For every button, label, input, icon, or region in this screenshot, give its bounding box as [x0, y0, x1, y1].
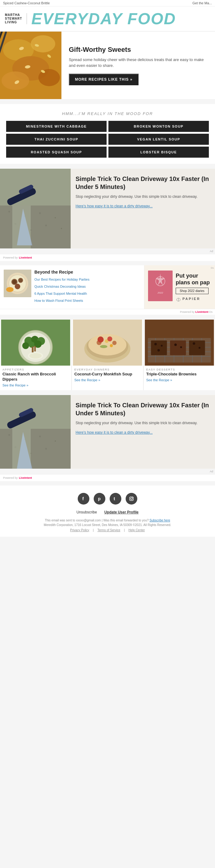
brand-line3: LIVING [5, 21, 22, 24]
svg-point-85 [174, 343, 177, 346]
mid-row: Beyond the Recipe Our Best Recipes for H… [0, 265, 215, 309]
svg-point-19 [55, 217, 56, 218]
papier-brand: PAPIER [183, 297, 200, 301]
liveintent-logo-2: LiveIntent [19, 476, 32, 479]
brand-line1: MARTHA [5, 13, 22, 17]
svg-point-66 [107, 337, 112, 341]
mood-btn-0[interactable]: MINESTRONE WITH CABBAGE [6, 121, 107, 132]
help-link[interactable]: Help Center [128, 528, 145, 532]
mood-btn-2[interactable]: THAI ZUCCHINI SOUP [6, 134, 107, 145]
recipe-category-2: EASY DESSERTS [144, 366, 215, 372]
footer-legal: Privacy Policy | Terms of Service | Help… [0, 528, 215, 532]
pinterest-icon[interactable]: p [94, 493, 105, 504]
recipe-category-1: EVERYDAY DINNERS [72, 366, 143, 372]
ad2-section: Simple Trick To Clean Driveway 10x Faste… [0, 395, 215, 469]
liveintent-logo-1: LiveIntent [19, 256, 32, 259]
recipe-title-2: Triple-Chocolate Brownies [144, 372, 215, 378]
recipe-card-1: EVERYDAY DINNERS Coconut-Curry Monkfish … [72, 319, 143, 390]
recipe-svg-2 [144, 319, 215, 366]
svg-point-36 [6, 287, 14, 292]
papier-ad-text: Put your plans on pap Shop 2022 diaries … [176, 273, 211, 302]
beyond-link-3[interactable]: How to Wash Floral Print Sheets [34, 298, 89, 303]
ad2-content: Simple Trick To Clean Driveway 10x Faste… [71, 395, 215, 469]
ad2-powered-by: Powered by LiveIntent [0, 474, 215, 481]
hero-description: Spread some holiday cheer with these del… [69, 57, 208, 69]
footer-divider-2: | [124, 528, 125, 532]
subscribe-link[interactable]: Subscribe here [150, 519, 170, 522]
mid-row-powered: Powered by LiveIntent Ds [0, 309, 215, 315]
recipe-card-2: EASY DESSERTS Triple-Chocolate Brownies … [144, 319, 215, 390]
hero-section: Gift-Worthy Sweets Spread some holiday c… [0, 32, 215, 99]
mood-title: HMM...I'M REALLY IN THE MOOD FOR [6, 111, 209, 116]
hero-content: Gift-Worthy Sweets Spread some holiday c… [61, 39, 215, 91]
recipe-img-2 [144, 319, 215, 366]
social-icons: f p t [0, 493, 215, 504]
mid-row-wrapper: Beyond the Recipe Our Best Recipes for H… [0, 265, 215, 315]
recipes-grid: APPETIZERS Classic Ranch with Broccoli D… [0, 319, 215, 390]
social-section: f p t Unsubscribe Update User Profile Th… [0, 486, 215, 537]
footer-divider-1: | [93, 528, 94, 532]
recipe-link-1[interactable]: See the Recipe » [72, 378, 143, 385]
mood-btn-1[interactable]: BROKEN WONTON SOUP [108, 121, 209, 132]
beyond-link-1[interactable]: Quick Christmas Decorating Ideas [34, 283, 89, 289]
svg-point-107 [132, 497, 133, 498]
brittle-svg [0, 32, 61, 99]
recipe-link-0[interactable]: See the Recipe » [0, 383, 71, 390]
mood-btn-5[interactable]: LOBSTER BISQUE [108, 147, 209, 158]
svg-point-86 [180, 346, 182, 348]
facebook-icon[interactable]: f [78, 493, 89, 504]
svg-rect-90 [0, 429, 71, 469]
recipe-title-0: Classic Ranch with Broccoli Dippers [0, 372, 71, 383]
beyond-links-list: Our Best Recipes for Holiday Parties Qui… [34, 276, 89, 303]
svg-rect-15 [0, 206, 71, 248]
svg-point-55 [29, 353, 42, 359]
driveway-svg-2 [0, 395, 71, 469]
mood-btn-3[interactable]: VEGAN LENTIL SOUP [108, 134, 209, 145]
papier-shop-btn[interactable]: Shop 2022 diaries [176, 288, 209, 294]
svg-point-87 [193, 342, 195, 345]
recipe-link-2[interactable]: See the Recipe » [144, 378, 215, 385]
privacy-link[interactable]: Privacy Policy [70, 528, 89, 532]
recipe-category-0: APPETIZERS [0, 366, 71, 372]
ad1-link[interactable]: Here's how easy it is to clean a dirty d… [76, 204, 153, 208]
driveway-svg-1 [0, 169, 71, 248]
svg-point-94 [55, 440, 56, 442]
brand-block: MARTHA STEWART LIVING [5, 13, 27, 24]
footer-email-text: This email was sent to xxxxx@gmail.com |… [0, 519, 215, 522]
twitter-icon[interactable]: t [110, 493, 121, 504]
papier-ad: Ds 2022 Put your plans on pap Shop 2022 … [144, 265, 215, 309]
svg-point-65 [98, 337, 104, 343]
beyond-link-2[interactable]: 6 Apps That Support Mental Health [34, 290, 89, 296]
svg-text:2022: 2022 [157, 291, 163, 294]
svg-point-49 [22, 342, 29, 349]
terms-link[interactable]: Terms of Service [97, 528, 120, 532]
beyond-link-0[interactable]: Our Best Recipes for Holiday Parties [34, 276, 89, 282]
recipe-svg-1 [72, 319, 143, 366]
ad2-wrapper: Simple Trick To Clean Driveway 10x Faste… [0, 395, 215, 481]
mood-btn-4[interactable]: ROASTED SQUASH SOUP [6, 147, 107, 158]
svg-point-83 [161, 345, 163, 347]
svg-point-22 [45, 224, 47, 226]
ad2-image [0, 395, 71, 469]
ad1-image [0, 169, 71, 248]
top-bar: Spiced Cashew-Coconut Brittle Get the Ma… [0, 0, 215, 6]
ad1-wrapper: Simple Trick To Clean Driveway 10x Faste… [0, 169, 215, 261]
hero-cta-button[interactable]: MORE RECIPES LIKE THIS » [69, 73, 138, 85]
instagram-icon[interactable] [126, 493, 137, 504]
top-bar-right[interactable]: Get the Ma... [192, 1, 212, 5]
svg-point-93 [39, 436, 41, 437]
unsubscribe-link[interactable]: Unsubscribe [77, 510, 97, 514]
update-profile-link[interactable]: Update User Profile [104, 510, 138, 514]
ad1-heading: Simple Trick To Clean Driveway 10x Faste… [76, 175, 210, 191]
svg-point-18 [39, 212, 41, 214]
papier-tagline: Put your plans on pap [176, 273, 211, 286]
diary-visual: 2022 [148, 271, 172, 301]
food-visual [0, 32, 61, 99]
beyond-image [4, 270, 31, 297]
ad1-section: Simple Trick To Clean Driveway 10x Faste… [0, 169, 215, 248]
papier-ad-badge: Ds [211, 267, 214, 269]
ad2-heading: Simple Trick To Clean Driveway 10x Faste… [76, 401, 210, 417]
svg-point-91 [8, 434, 10, 436]
ad2-link[interactable]: Here's how easy it is to clean a dirty d… [76, 430, 153, 435]
svg-point-64 [110, 344, 113, 347]
